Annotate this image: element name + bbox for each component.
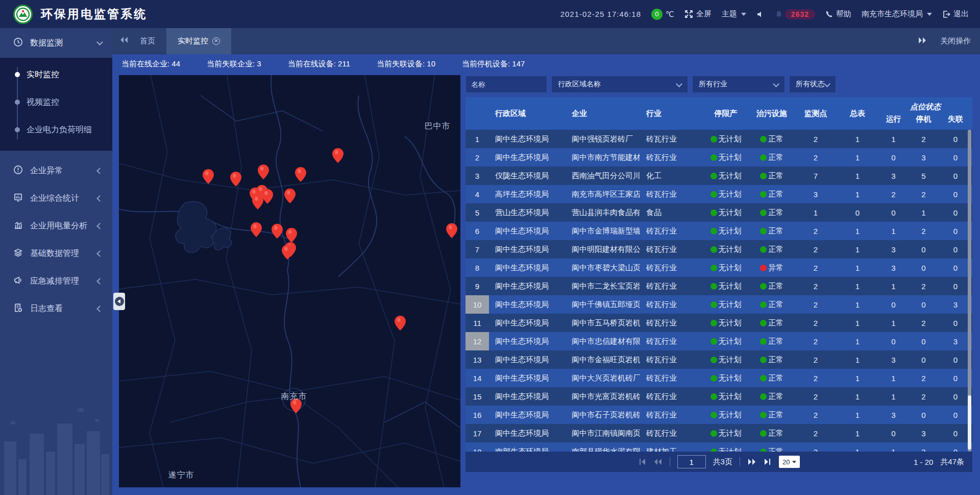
sidebar-item-company-abnormal[interactable]: 企业异常 — [0, 157, 112, 184]
table-row[interactable]: 10阆中生态环境局阆中千佛镇五郎垭页岩砖瓦行业无计划正常21003 — [465, 295, 972, 314]
cell-plan-status: 无计划 — [703, 130, 749, 148]
status-dot-icon — [710, 265, 717, 271]
cell-running: 3 — [878, 240, 909, 258]
table-row[interactable]: 6阆中生态环境局阆中市金博瑞新型墙材砖瓦行业无计划正常21120 — [465, 222, 972, 240]
org-dropdown[interactable]: 南充市生态环境局 — [862, 9, 932, 19]
first-page-icon[interactable] — [638, 458, 646, 465]
table-row[interactable]: 1阆中生态环境局阆中强锐页岩砖厂砖瓦行业无计划正常21120 — [465, 130, 972, 148]
sidebar-item-log-view[interactable]: 日志查看 — [0, 295, 112, 322]
table-row[interactable]: 5营山生态环境局营山县润丰肉食品有限食品无计划正常10010 — [465, 203, 972, 222]
bell-icon — [775, 10, 783, 18]
fullscreen-button[interactable]: 全屏 — [684, 9, 712, 19]
sidebar-item-base-data[interactable]: 基础数据管理 — [0, 240, 112, 267]
status-select[interactable]: 所有状态 — [789, 76, 836, 93]
map-panel[interactable]: 巴中市南充市遂宁市 — [119, 75, 460, 487]
table-row[interactable]: 16阆中生态环境局阆中市石子页岩机砖厂砖瓦行业无计划正常21300 — [465, 406, 972, 424]
cell-running: 1 — [878, 314, 909, 332]
sidebar-item-realtime-monitor[interactable]: 实时监控 — [0, 61, 112, 88]
logout-button[interactable]: 退出 — [942, 9, 969, 19]
status-dot-icon — [710, 209, 717, 216]
help-button[interactable]: 帮助 — [825, 9, 851, 19]
cell-row-index: 15 — [465, 387, 489, 406]
cell-points: 2 — [795, 130, 837, 148]
map-marker-pin[interactable] — [295, 167, 306, 182]
map-city-label: 巴中市 — [425, 121, 451, 132]
col-running: 运行 — [878, 112, 909, 130]
table-row[interactable]: 9阆中生态环境局阆中市二龙长宝页岩砖砖瓦行业无计划正常21120 — [465, 277, 972, 295]
theme-dropdown[interactable]: 主题 — [722, 9, 746, 19]
megaphone-icon — [13, 275, 23, 287]
page-number-input[interactable]: 1 — [677, 455, 706, 468]
chevron-left-icon — [96, 250, 103, 257]
cell-industry: 砖瓦行业 — [640, 277, 703, 295]
map-marker-pin[interactable] — [286, 228, 297, 243]
sidebar-item-power-load-detail[interactable]: 企业电力负荷明细 — [0, 116, 112, 144]
cell-meters: 1 — [837, 240, 878, 258]
cell-stopped: 0 — [909, 295, 939, 314]
close-operations-dropdown[interactable]: 关闭操作 — [940, 36, 971, 46]
sidebar-item-video-monitor[interactable]: 视频监控 — [0, 88, 112, 116]
industry-select[interactable]: 所有行业 — [692, 76, 785, 93]
cell-points: 2 — [795, 258, 837, 277]
map-marker-pin[interactable] — [272, 224, 283, 239]
cell-meters: 1 — [837, 442, 878, 452]
bar-chart-icon — [13, 220, 23, 232]
cell-plan-status: 无计划 — [703, 148, 749, 167]
record-range-label: 1 - 20 — [914, 458, 933, 466]
close-tab-icon[interactable]: ✕ — [212, 37, 220, 45]
notification-button[interactable]: 2632 — [775, 9, 815, 19]
cell-company: 阆中市光富页岩机砖厂 — [566, 387, 640, 406]
tabs-scroll-left-icon[interactable] — [119, 36, 129, 45]
table-row[interactable]: 11阆中生态环境局阆中市五马桥页岩机砖砖瓦行业无计划正常21120 — [465, 314, 972, 332]
map-marker-pin[interactable] — [282, 245, 293, 260]
status-dot-icon — [710, 393, 717, 400]
page-size-select[interactable]: 20 — [779, 456, 800, 468]
sidebar-item-emergency-reduction[interactable]: 应急减排管理 — [0, 267, 112, 295]
prev-page-icon[interactable] — [653, 458, 663, 465]
map-marker-pin[interactable] — [284, 188, 296, 203]
map-marker-pin[interactable] — [446, 223, 457, 238]
last-page-icon[interactable] — [764, 458, 772, 465]
table-row[interactable]: 2阆中生态环境局阆中市南方节能建材有砖瓦行业无计划正常21030 — [465, 148, 972, 167]
map-marker-pin[interactable] — [262, 189, 273, 204]
cell-meters: 0 — [837, 203, 878, 222]
sidebar-item-power-analysis[interactable]: 企业用电量分析 — [0, 212, 112, 240]
table-row[interactable]: 14阆中生态环境局阆中大兴页岩机砖厂砖瓦行业无计划正常21120 — [465, 369, 972, 387]
mute-button[interactable] — [756, 10, 765, 18]
next-page-icon[interactable] — [747, 458, 756, 465]
tabs-scroll-right-icon[interactable] — [918, 37, 927, 45]
cell-stopped: 2 — [909, 369, 939, 387]
map-marker-pin[interactable] — [203, 169, 214, 184]
cell-running: 1 — [878, 222, 909, 240]
table-row[interactable]: 15阆中生态环境局阆中市光富页岩机砖厂砖瓦行业无计划正常21120 — [465, 387, 972, 406]
top-header: 环保用电监管系统 2021-02-25 17:46:18 0 ℃ 全屏 主题 — [0, 0, 980, 28]
table-row[interactable]: 8阆中生态环境局阆中市枣碧大梁山页岩砖瓦行业无计划异常21300 — [465, 258, 972, 277]
map-marker-pin[interactable] — [332, 148, 344, 163]
map-marker-pin[interactable] — [230, 172, 241, 186]
sidebar-group-data-monitor[interactable]: 数据监测 — [0, 28, 112, 58]
map-marker-pin[interactable] — [395, 316, 406, 331]
tab-home[interactable]: 首页 — [129, 28, 166, 54]
region-select[interactable]: 行政区域名称 — [551, 76, 688, 93]
cell-points: 2 — [795, 442, 837, 452]
table-row[interactable]: 18南部生态环境局南部县砚华水泥有限公建材加工无计划正常21120 — [465, 442, 972, 452]
map-marker-pin[interactable] — [251, 222, 262, 237]
table-scrollbar-thumb[interactable] — [968, 395, 971, 450]
cell-running: 0 — [878, 295, 909, 314]
cell-points: 2 — [795, 387, 837, 406]
tab-bar: 首页 实时监控 ✕ 关闭操作 — [112, 28, 980, 54]
table-row[interactable]: 3仪陇生态环境局西南油气田分公司川中化工无计划正常71350 — [465, 167, 972, 185]
map-marker-pin[interactable] — [258, 164, 269, 179]
cell-meters: 1 — [837, 424, 878, 442]
tab-realtime-monitor[interactable]: 实时监控 ✕ — [166, 28, 231, 54]
collapse-panel-button[interactable] — [113, 293, 125, 310]
sidebar-item-company-statistics[interactable]: 企业综合统计 — [0, 184, 112, 212]
name-search-input[interactable] — [465, 76, 547, 93]
main-area: 首页 实时监控 ✕ 关闭操作 当前在线企业: 44当前失联企业: 3当前在线设备… — [112, 28, 980, 495]
table-row[interactable]: 13阆中生态环境局阆中市金福旺页岩机砖砖瓦行业无计划正常21300 — [465, 350, 972, 369]
table-row[interactable]: 4高坪生态环境局南充市高坪区王家店建砖瓦行业无计划正常31220 — [465, 185, 972, 203]
table-row[interactable]: 7阆中生态环境局阆中明阳建材有限公司砖瓦行业无计划正常21300 — [465, 240, 972, 258]
table-row[interactable]: 12阆中生态环境局阆中市忠信建材有限公砖瓦行业无计划正常21003 — [465, 332, 972, 350]
map-marker-pin[interactable] — [252, 195, 263, 209]
table-row[interactable]: 17阆中生态环境局阆中市江南镇阆南页岩砖瓦行业无计划正常21030 — [465, 424, 972, 442]
